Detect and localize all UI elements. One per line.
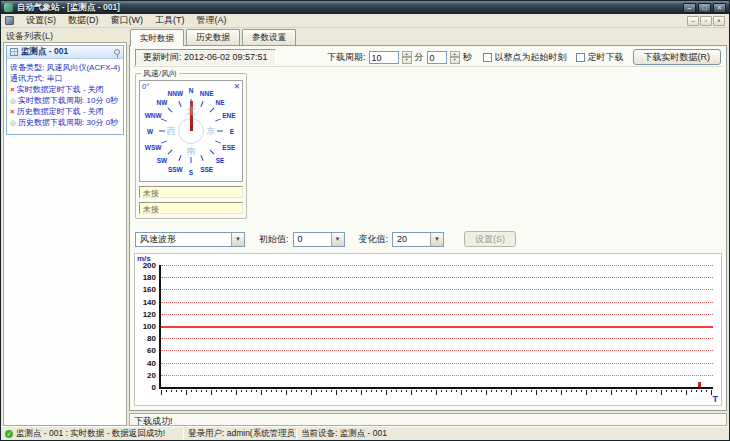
period-label: 下载周期: bbox=[327, 51, 366, 64]
menu-item[interactable]: 管理(A) bbox=[191, 13, 233, 28]
compass-direction-label: WSW bbox=[145, 143, 162, 150]
compass-cardinal-cn-label: 北 bbox=[187, 105, 196, 118]
status-bar: ✓ 监测点 - 001 : 实时数据 - 数据返回成功! 登录用户: admin… bbox=[1, 426, 729, 440]
main-column: 实时数据历史数据参数设置 更新时间: 2012-06-02 09:57:51 下… bbox=[129, 29, 727, 426]
device-info-line: ◎实时数据下载周期: 10分 0秒 bbox=[10, 95, 121, 106]
compass-tick-icon bbox=[200, 101, 203, 107]
mdi-restore-icon[interactable]: ▫ bbox=[700, 16, 712, 26]
waveform-select[interactable]: 风速波形▼ bbox=[135, 232, 245, 247]
change-value-select[interactable]: 20▼ bbox=[392, 232, 444, 247]
minutes-stepper[interactable]: ▲▼ bbox=[402, 51, 412, 64]
device-info-line: ◎历史数据下载周期: 30分 0秒 bbox=[10, 117, 121, 128]
tab-0[interactable]: 实时数据 bbox=[130, 29, 184, 46]
compass-direction-label: ENE bbox=[222, 112, 235, 119]
device-list-panel: 监测点 - 001 设备类型: 风速风向仪(ACFX-4)通讯方式: 串口×实时… bbox=[3, 42, 127, 426]
update-time-value: 2012-06-02 09:57:51 bbox=[184, 52, 268, 62]
y-tick-label: 120 bbox=[136, 310, 156, 319]
gridline bbox=[161, 363, 713, 364]
minutes-input[interactable]: 10 bbox=[369, 51, 399, 64]
menu-bar-items: 设置(S)数据(D)窗口(W)工具(T)管理(A) bbox=[20, 13, 233, 28]
spin-down-icon: ▼ bbox=[450, 57, 460, 64]
seconds-stepper[interactable]: ▲▼ bbox=[450, 51, 460, 64]
wind-group-box: 风速/风向 0° ✕ NNNENEENEEESESESSESSSWSWWSWWW… bbox=[135, 73, 247, 219]
compass-direction-label: S bbox=[189, 169, 193, 176]
status-current-device: 当前设备: 监测点 - 001 bbox=[297, 428, 427, 440]
tabs-row: 实时数据历史数据参数设置 bbox=[129, 29, 727, 45]
initial-label: 初始值: bbox=[259, 233, 289, 246]
device-info-line: 设备类型: 风速风向仪(ACFX-4) bbox=[10, 62, 121, 73]
content-area: 设备列表(L) 监测点 - 001 设备类型: 风速风向仪(ACFX-4)通讯方… bbox=[1, 28, 729, 426]
menu-bar: 设置(S)数据(D)窗口(W)工具(T)管理(A) – ▫ × bbox=[1, 14, 729, 28]
y-tick-label: 100 bbox=[136, 322, 156, 331]
gridline bbox=[161, 289, 713, 290]
success-icon: ✓ bbox=[5, 430, 13, 438]
time-cursor-icon bbox=[698, 382, 701, 387]
compass-direction-label: ESE bbox=[222, 143, 235, 150]
minutes-unit: 分 bbox=[415, 51, 424, 64]
compass-cardinal-cn-label: 东 bbox=[207, 125, 216, 138]
status-message: ✓ 监测点 - 001 : 实时数据 - 数据返回成功! bbox=[1, 428, 183, 440]
compass-direction-label: SE bbox=[216, 156, 225, 163]
maximize-icon[interactable]: □ bbox=[698, 3, 711, 13]
y-axis-label: m/s bbox=[137, 254, 151, 263]
seconds-input[interactable]: 0 bbox=[427, 51, 447, 64]
gridline bbox=[161, 302, 713, 303]
device-grid-icon bbox=[10, 48, 18, 56]
menu-item[interactable]: 工具(T) bbox=[149, 13, 191, 28]
change-label: 变化值: bbox=[359, 233, 389, 246]
minimize-icon[interactable]: – bbox=[683, 3, 696, 13]
timer-download-label: 定时下载 bbox=[588, 51, 624, 64]
app-window: 自动气象站 - [监测点 - 001] – □ × 设置(S)数据(D)窗口(W… bbox=[0, 0, 730, 441]
close-icon[interactable]: × bbox=[713, 3, 726, 13]
realtime-data-panel: 更新时间: 2012-06-02 09:57:51 下载周期: 10 ▲▼ 分 … bbox=[129, 45, 727, 411]
download-realtime-button[interactable]: 下载实时数据(R) bbox=[633, 49, 722, 65]
settings-button[interactable]: 设置(S) bbox=[464, 231, 516, 247]
gridline bbox=[161, 338, 713, 339]
device-card-header[interactable]: 监测点 - 001 bbox=[7, 46, 123, 59]
compass-direction-label: SSW bbox=[168, 165, 183, 172]
menu-item[interactable]: 设置(S) bbox=[20, 13, 62, 28]
y-tick-label: 140 bbox=[136, 298, 156, 307]
wind-direction-value: 0° bbox=[142, 82, 149, 91]
window-title: 自动气象站 - [监测点 - 001] bbox=[17, 2, 120, 14]
compass-direction-label: W bbox=[147, 128, 153, 135]
period-clock-icon: ◎ bbox=[10, 117, 16, 128]
initial-value-select[interactable]: 0▼ bbox=[293, 232, 345, 247]
timer-download-checkbox[interactable] bbox=[576, 53, 585, 62]
y-tick-label: 20 bbox=[136, 371, 156, 380]
mdi-child-icon[interactable] bbox=[5, 16, 14, 25]
pin-icon[interactable] bbox=[114, 49, 120, 55]
status-login-user: 登录用户: admin(系统管理员) bbox=[184, 428, 296, 440]
gridline bbox=[161, 314, 713, 315]
x-axis-label: T bbox=[713, 394, 719, 404]
compass-cardinal-cn-label: 南 bbox=[187, 145, 196, 158]
compass-tick-icon bbox=[215, 118, 221, 121]
compass-tick-icon bbox=[178, 155, 181, 161]
mdi-close-icon[interactable]: × bbox=[713, 16, 725, 26]
menu-item[interactable]: 数据(D) bbox=[62, 13, 105, 28]
wind-compass: 0° ✕ NNNENEENEEESESESSESSSWSWWSWWWNWNWNN… bbox=[139, 80, 243, 182]
compass-direction-label: E bbox=[230, 128, 234, 135]
seconds-unit: 秒 bbox=[463, 51, 472, 64]
x-axis-ticks bbox=[161, 390, 713, 395]
compass-direction-label: SSE bbox=[200, 165, 213, 172]
wind-speed-chart: m/s 020406080100120140160180200 T bbox=[134, 253, 722, 406]
y-tick-label: 0 bbox=[136, 383, 156, 392]
hour-start-checkbox[interactable] bbox=[483, 53, 492, 62]
gridline bbox=[161, 375, 713, 376]
closed-x-icon: × bbox=[10, 106, 15, 117]
menu-item[interactable]: 窗口(W) bbox=[105, 13, 150, 28]
mdi-minimize-icon[interactable]: – bbox=[687, 16, 699, 26]
tab-2[interactable]: 参数设置 bbox=[242, 29, 296, 45]
chevron-down-icon: ▼ bbox=[231, 233, 244, 246]
child-status-bar: 下载成功! bbox=[129, 413, 727, 426]
device-card[interactable]: 监测点 - 001 设备类型: 风速风向仪(ACFX-4)通讯方式: 串口×实时… bbox=[6, 45, 124, 135]
period-clock-icon: ◎ bbox=[10, 95, 16, 106]
device-info-line: 通讯方式: 串口 bbox=[10, 73, 121, 84]
closed-x-icon: × bbox=[10, 84, 15, 95]
compass-tick-icon bbox=[159, 131, 165, 132]
chevron-down-icon: ▼ bbox=[331, 233, 344, 246]
tab-1[interactable]: 历史数据 bbox=[186, 29, 240, 45]
gridline bbox=[161, 277, 713, 278]
chevron-down-icon: ▼ bbox=[430, 233, 443, 246]
